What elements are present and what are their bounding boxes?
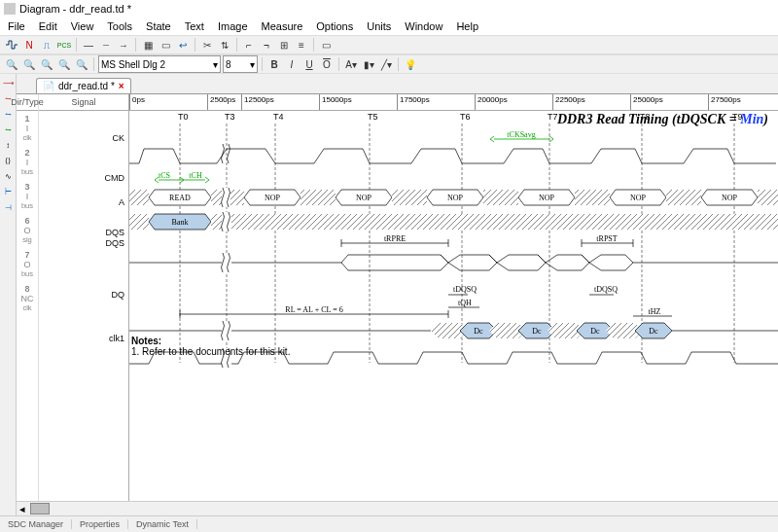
separator	[398, 57, 399, 71]
overline-button[interactable]: O	[319, 56, 335, 72]
tool-sort-icon[interactable]: ⇅	[217, 37, 232, 53]
status-sdc[interactable]: SDC Manager	[0, 519, 72, 529]
svg-text:tCH: tCH	[189, 171, 202, 180]
menu-file[interactable]: File	[2, 18, 31, 34]
scroll-left-icon[interactable]: ◂	[17, 503, 28, 515]
font-select[interactable]: MS Shell Dlg 2▾	[98, 55, 221, 73]
menu-options[interactable]: Options	[310, 18, 359, 34]
tool-dash-icon[interactable]: ┄	[98, 37, 114, 53]
menu-units[interactable]: Units	[361, 18, 397, 34]
ltool-7[interactable]: ∿	[1, 169, 15, 183]
menu-image[interactable]: Image	[212, 18, 254, 34]
bold-button[interactable]: B	[266, 56, 282, 72]
ltool-3[interactable]: ⥊	[1, 107, 15, 121]
text-color-button[interactable]: A▾	[343, 56, 359, 72]
tool-arrow-icon[interactable]: →	[116, 37, 131, 53]
ltool-4[interactable]: ⥊	[1, 123, 15, 136]
tool-misc1-icon[interactable]: ⊞	[276, 37, 292, 53]
horizontal-scrollbar[interactable]: ◂	[17, 501, 778, 515]
menu-edit[interactable]: Edit	[33, 18, 63, 34]
line-style-button[interactable]: ╱▾	[378, 56, 394, 72]
zoom-in-icon[interactable]: 🔍	[4, 56, 19, 72]
signal-clk1[interactable]: clk1	[39, 326, 128, 350]
svg-text:T8: T8	[640, 112, 651, 122]
ltool-6[interactable]: ⟨⟩	[1, 154, 15, 167]
status-dyntext[interactable]: Dynamic Text	[128, 519, 197, 529]
svg-rect-31	[301, 190, 336, 205]
highlight-button[interactable]: ▮▾	[361, 56, 376, 72]
time-ruler[interactable]: 0ps2500ps12500ps15000ps17500ps20000ps225…	[129, 94, 778, 111]
main-area: ⟿ ⥊ ⥊ ⥊ ↕ ⟨⟩ ∿ ⊢ ⊣ 📄 ddr_read.td * × D	[0, 74, 778, 515]
separator	[236, 38, 237, 52]
zoom-fit-icon[interactable]: 🔍	[39, 56, 54, 72]
svg-text:NOP: NOP	[539, 194, 555, 202]
app-window: Diagram - ddr_read.td * File Edit View T…	[0, 0, 778, 532]
tool-misc2-icon[interactable]: ≡	[294, 37, 309, 53]
ltool-5[interactable]: ↕	[1, 138, 15, 152]
svg-text:tCKSavg: tCKSavg	[507, 130, 535, 139]
menu-state[interactable]: State	[140, 18, 177, 34]
status-bar: SDC Manager Properties Dynamic Text	[0, 515, 778, 532]
tool-pcs-icon[interactable]: PCS	[56, 37, 72, 53]
ruler-tick: 17500ps	[397, 94, 398, 110]
scroll-thumb[interactable]	[30, 503, 50, 514]
dir-type-column: Dir/Type 1Iclk 2Ibus 3Ibus 6Osig 7Obus 8…	[17, 94, 39, 501]
lamp-icon[interactable]: 💡	[403, 56, 418, 72]
toolbar-2: 🔍 🔍 🔍 🔍 🔍 MS Shell Dlg 2▾ 8▾ B I U O A▾ …	[0, 54, 778, 74]
font-size-select[interactable]: 8▾	[223, 55, 258, 73]
svg-text:NOP: NOP	[265, 194, 281, 202]
separator	[76, 38, 77, 52]
menu-window[interactable]: Window	[399, 18, 448, 34]
tool-line-icon[interactable]: —	[81, 37, 96, 53]
tool-align1-icon[interactable]: ⌐	[241, 37, 257, 53]
menu-text[interactable]: Text	[179, 18, 210, 34]
ruler-tick: 27500ps	[708, 94, 709, 110]
t-marks: T0 T3 T4 T5 T6 T7 T8 T9	[178, 112, 743, 122]
menu-view[interactable]: View	[65, 18, 100, 34]
wave-canvas[interactable]: 0ps2500ps12500ps15000ps17500ps20000ps225…	[129, 94, 778, 501]
italic-button[interactable]: I	[284, 56, 300, 72]
signal-name-column: Signal CK CMD A DQS DQS DQ clk1	[39, 94, 128, 501]
zoom-sel-icon[interactable]: 🔍	[74, 56, 89, 72]
svg-rect-40	[575, 190, 610, 205]
window-title: Diagram - ddr_read.td *	[19, 3, 131, 15]
underline-button[interactable]: U	[301, 56, 317, 72]
status-properties[interactable]: Properties	[72, 519, 128, 529]
zoom-out-icon[interactable]: 🔍	[21, 56, 37, 72]
tool-wave-icon[interactable]	[4, 37, 19, 53]
file-icon: 📄	[43, 81, 54, 91]
tool-rect-icon[interactable]: ▭	[158, 37, 173, 53]
tool-block-icon[interactable]: ▭	[318, 37, 334, 53]
svg-text:T4: T4	[273, 112, 284, 122]
menu-help[interactable]: Help	[450, 18, 484, 34]
ltool-1[interactable]: ⟿	[1, 76, 15, 89]
tool-grid-icon[interactable]: ▦	[140, 37, 156, 53]
ltool-8[interactable]: ⊢	[1, 185, 15, 198]
svg-text:T7: T7	[548, 112, 558, 122]
signal-panel: Dir/Type 1Iclk 2Ibus 3Ibus 6Osig 7Obus 8…	[17, 94, 129, 501]
signal-dqs[interactable]: DQS DQS	[39, 214, 128, 263]
tool-align2-icon[interactable]: ¬	[259, 37, 274, 53]
tabbar: 📄 ddr_read.td * ×	[17, 74, 778, 93]
svg-text:Bank: Bank	[172, 218, 189, 227]
sig-meta-6: 8NCclk	[17, 281, 38, 315]
tool-cut-icon[interactable]: ✂	[199, 37, 215, 53]
menu-tools[interactable]: Tools	[101, 18, 138, 34]
signal-cmd[interactable]: CMD	[39, 165, 128, 190]
signal-dq[interactable]: DQ	[39, 263, 128, 326]
signal-a[interactable]: A	[39, 190, 128, 214]
ruler-tick: 25000ps	[630, 94, 631, 110]
svg-text:T3: T3	[225, 112, 235, 122]
ltool-9[interactable]: ⊣	[1, 200, 15, 214]
svg-text:T6: T6	[460, 112, 471, 122]
tool-net-icon[interactable]: N	[21, 37, 37, 53]
zoom-full-icon[interactable]: 🔍	[56, 56, 72, 72]
svg-text:Dc: Dc	[532, 327, 542, 336]
separator	[262, 57, 263, 71]
document-tab[interactable]: 📄 ddr_read.td * ×	[36, 78, 131, 93]
tool-return-icon[interactable]: ↩	[175, 37, 191, 53]
menu-measure[interactable]: Measure	[256, 18, 309, 34]
close-tab-icon[interactable]: ×	[119, 81, 124, 91]
tool-bus-icon[interactable]: ⎍	[39, 37, 54, 53]
signal-ck[interactable]: CK	[39, 111, 128, 165]
